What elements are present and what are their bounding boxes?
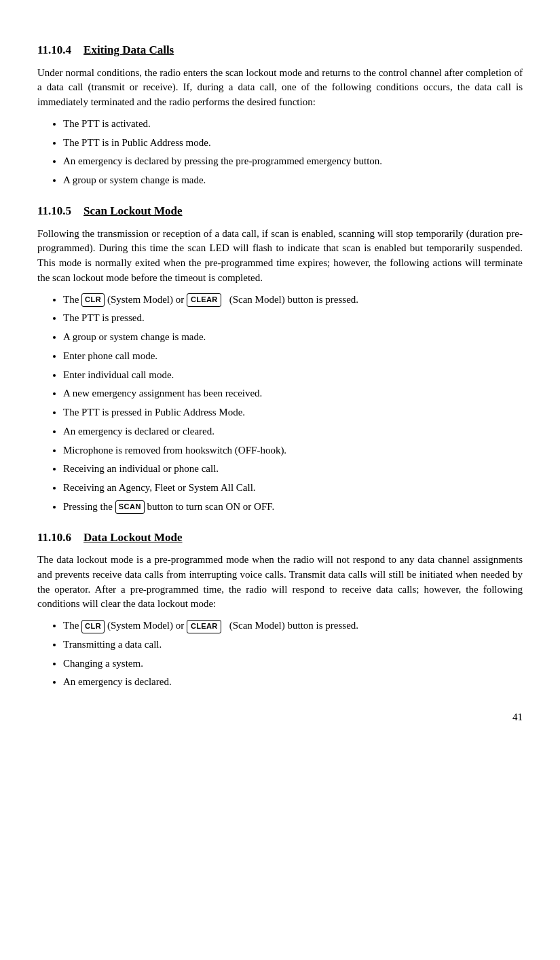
section-11-10-6-intro: The data lockout mode is a pre-programme… xyxy=(37,553,523,612)
clr-clear2-text-before: The xyxy=(63,620,81,631)
list-item: The PTT is in Public Address mode. xyxy=(63,136,523,151)
clr-clear-text-mid: (System Model) or xyxy=(105,294,187,305)
section-11-10-5-bullets: The CLR (System Model) or CLEAR (Scan Mo… xyxy=(63,293,523,515)
section-11-10-6-heading: 11.10.6Data Lockout Mode xyxy=(37,530,523,547)
clear-button-1: CLEAR xyxy=(187,293,221,307)
page-number: 41 xyxy=(37,710,523,725)
section-11-10-5-intro: Following the transmission or reception … xyxy=(37,227,523,286)
list-item: An emergency is declared by pressing the… xyxy=(63,154,523,169)
clr-clear-text-before: The xyxy=(63,294,81,305)
list-item: An emergency is declared. xyxy=(63,675,523,690)
list-item: The CLR (System Model) or CLEAR (Scan Mo… xyxy=(63,619,523,633)
section-11-10-5-number: 11.10.5 xyxy=(37,204,71,217)
list-item: A new emergency assignment has been rece… xyxy=(63,386,523,401)
section-11-10-4-bullets: The PTT is activated. The PTT is in Publ… xyxy=(63,117,523,188)
section-11-10-5-title: Scan Lockout Mode xyxy=(83,204,182,217)
section-11-10-4-number: 11.10.4 xyxy=(37,43,71,56)
clr-button: CLR xyxy=(81,293,105,307)
scan-button: SCAN xyxy=(115,500,145,514)
section-11-10-6-bullets: The CLR (System Model) or CLEAR (Scan Mo… xyxy=(63,619,523,690)
clr-clear2-text-mid: (System Model) or xyxy=(105,620,187,631)
clr-clear2-text-after: (Scan Model) button is pressed. xyxy=(221,620,358,631)
clr-button-2: CLR xyxy=(81,620,105,633)
list-item: Changing a system. xyxy=(63,657,523,671)
clear-button-2: CLEAR xyxy=(187,620,221,633)
clr-clear-text-after: (Scan Model) button is pressed. xyxy=(221,294,358,305)
list-item: Enter individual call mode. xyxy=(63,368,523,383)
section-11-10-4-title: Exiting Data Calls xyxy=(83,43,174,56)
section-11-10-6-title: Data Lockout Mode xyxy=(83,531,182,544)
list-item: A group or system change is made. xyxy=(63,330,523,345)
list-item: Transmitting a data call. xyxy=(63,638,523,652)
list-item: Enter phone call mode. xyxy=(63,349,523,364)
section-11-10-4-intro: Under normal conditions, the radio enter… xyxy=(37,66,523,110)
list-item: The PTT is pressed in Public Address Mod… xyxy=(63,405,523,420)
list-item: Pressing the SCAN button to turn scan ON… xyxy=(63,500,523,515)
list-item: A group or system change is made. xyxy=(63,173,523,188)
list-item: An emergency is declared or cleared. xyxy=(63,424,523,439)
list-item: Receiving an Agency, Fleet or System All… xyxy=(63,481,523,496)
list-item: The CLR (System Model) or CLEAR (Scan Mo… xyxy=(63,293,523,308)
list-item: The PTT is activated. xyxy=(63,117,523,132)
scan-text-after: button to turn scan ON or OFF. xyxy=(145,501,274,512)
scan-text-before: Pressing the xyxy=(63,501,115,512)
list-item: Microphone is removed from hookswitch (O… xyxy=(63,443,523,458)
list-item: The PTT is pressed. xyxy=(63,311,523,326)
section-11-10-6-number: 11.10.6 xyxy=(37,531,71,544)
list-item: Receiving an individual or phone call. xyxy=(63,462,523,477)
section-11-10-4-heading: 11.10.4Exiting Data Calls xyxy=(37,42,523,59)
section-11-10-5-heading: 11.10.5Scan Lockout Mode xyxy=(37,203,523,220)
